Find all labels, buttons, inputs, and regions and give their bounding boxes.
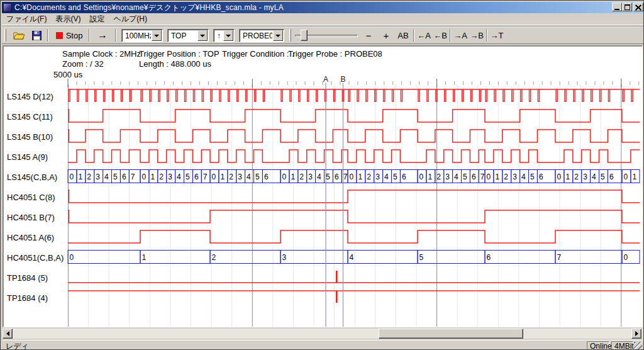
trigger-position-info: Trigger Position : TOP — [139, 49, 219, 59]
app-icon — [3, 3, 12, 12]
toolbar: Stop → 100MHz TOP ↑ PROBE00 − + AB ←A ←B… — [2, 26, 643, 44]
horizontal-scrollbar[interactable] — [3, 329, 643, 339]
signal-label: LS145(C,B,A) — [7, 172, 57, 182]
goto-a-left-button[interactable]: ←A — [416, 28, 432, 43]
zoom-out-button[interactable]: − — [360, 28, 377, 43]
zoom-info: Zoom : / 32 — [62, 59, 104, 69]
trigger-probe-info: Trigger Probe : PROBE08 — [288, 49, 382, 59]
arrow-left-icon — [6, 331, 9, 336]
signal-label: TP1684 (4) — [7, 293, 48, 303]
dropdown-arrow-icon[interactable] — [152, 30, 162, 41]
sample-clock-value: 100MHz — [122, 30, 151, 42]
zoom-in-button[interactable]: + — [378, 28, 394, 43]
signal-label: TP1684 (5) — [7, 273, 48, 283]
menu-help[interactable]: ヘルプ(H) — [109, 13, 152, 26]
toolbar-separator — [89, 29, 90, 42]
zoom-slider[interactable] — [295, 28, 358, 43]
toolbar-separator — [115, 29, 116, 42]
stop-icon — [56, 32, 63, 39]
dropdown-arrow-icon[interactable] — [197, 30, 208, 41]
toolbar-separator — [450, 29, 451, 42]
goto-trigger-button[interactable]: →T — [489, 28, 505, 43]
maximize-icon — [625, 4, 630, 10]
trigger-position-value: TOP — [168, 30, 197, 42]
menu-file[interactable]: ファイル(F) — [2, 13, 51, 26]
close-icon — [635, 4, 641, 10]
stop-label: Stop — [66, 31, 83, 40]
menu-bar: ファイル(F) 表示(V) 設定 ヘルプ(H) — [2, 14, 643, 25]
arrow-right-icon — [635, 331, 638, 336]
signal-label: LS145 A(9) — [7, 152, 48, 162]
sample-clock-select[interactable]: 100MHz — [121, 29, 163, 42]
trigger-edge-select[interactable]: ↑ — [213, 29, 235, 42]
close-button[interactable] — [633, 3, 643, 11]
toolbar-separator — [47, 29, 48, 42]
toolbar-separator — [413, 29, 414, 42]
menu-settings[interactable]: 設定 — [85, 13, 109, 26]
floppy-disk-icon — [32, 31, 42, 40]
signal-label: LS145 B(10) — [7, 132, 53, 142]
title-bar[interactable]: C:¥Documents and Settings¥noname¥デスクトップ¥… — [2, 2, 643, 13]
goto-b-right-button[interactable]: →B — [469, 28, 485, 43]
open-folder-icon — [13, 31, 25, 40]
status-ready-text: レディ — [6, 341, 29, 350]
save-file-button[interactable] — [28, 28, 45, 43]
slider-thumb[interactable] — [301, 30, 308, 41]
signal-label: LS145 D(12) — [7, 92, 53, 101]
trigger-position-select[interactable]: TOP — [167, 29, 209, 42]
minimize-icon — [614, 9, 619, 10]
run-button[interactable]: → — [92, 28, 113, 43]
sample-clock-info: Sample Clock : 2MHz — [62, 49, 141, 59]
scroll-left-button[interactable] — [3, 329, 13, 339]
waveform-panel — [3, 45, 643, 327]
trigger-probe-select[interactable]: PROBE00 — [239, 29, 284, 42]
signal-label: LS145 C(11) — [7, 112, 53, 121]
scroll-right-button[interactable] — [631, 329, 641, 339]
scrollbar-thumb[interactable] — [379, 329, 523, 339]
menu-view[interactable]: 表示(V) — [51, 13, 85, 26]
goto-b-left-button[interactable]: ←B — [432, 28, 448, 43]
trigger-probe-value: PROBE00 — [240, 30, 272, 42]
trigger-edge-value: ↑ — [214, 30, 223, 42]
stop-button[interactable]: Stop — [52, 28, 86, 43]
minimize-button[interactable] — [612, 3, 622, 11]
status-bar: レディ Online 4MBit — [2, 340, 643, 349]
ab-range-button[interactable]: AB — [394, 28, 412, 43]
dropdown-arrow-icon[interactable] — [273, 30, 283, 41]
length-info: Length : 488.000 us — [139, 59, 211, 69]
status-online-badge: Online — [587, 341, 609, 350]
signal-label: HC4051 A(6) — [7, 233, 54, 242]
status-memory-badge: 4MBit — [611, 341, 633, 350]
dropdown-arrow-icon[interactable] — [223, 30, 233, 41]
toolbar-grip — [289, 29, 291, 42]
maximize-button[interactable] — [622, 3, 632, 11]
time-scale-label: 5000 us — [53, 70, 82, 79]
open-file-button[interactable] — [11, 28, 27, 43]
trigger-condition-info: Trigger Condition : ↓ — [222, 49, 296, 59]
signal-label: HC4051 C(8) — [7, 193, 55, 202]
toolbar-grip — [4, 29, 6, 42]
toolbar-separator — [486, 29, 487, 42]
signal-label: HC4051 B(7) — [7, 213, 55, 222]
goto-a-right-button[interactable]: →A — [452, 28, 469, 43]
signal-label: HC4051(C,B,A) — [7, 253, 64, 262]
window-title: C:¥Documents and Settings¥noname¥デスクトップ¥… — [14, 3, 284, 13]
